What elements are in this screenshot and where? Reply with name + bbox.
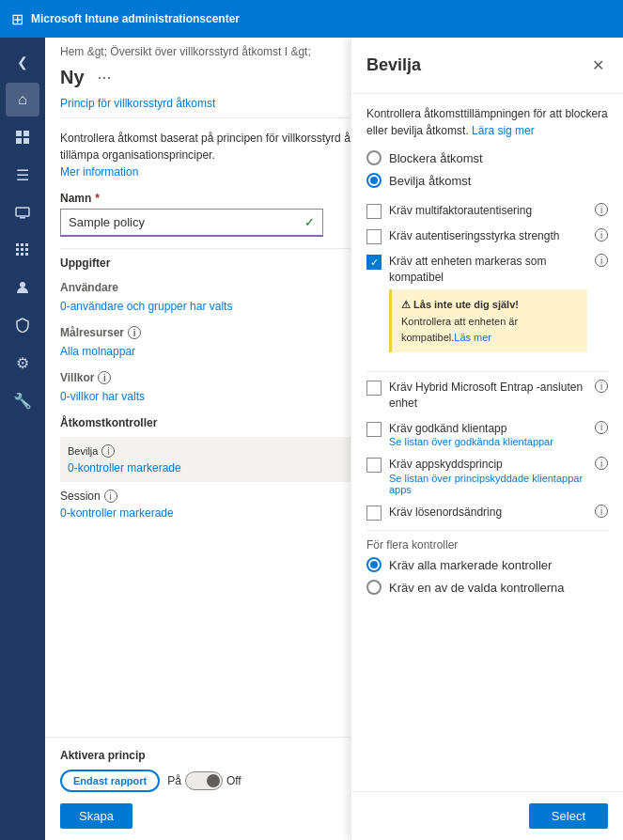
app-title: Microsoft Intune administrationscenter: [31, 12, 240, 25]
require-all-radio-circle: [366, 557, 382, 572]
block-radio-circle: [366, 150, 382, 165]
hybrid-info-icon[interactable]: i: [595, 380, 608, 393]
compliant-warning-box: ⚠ Lås inte ute dig själv! Kontrollera at…: [389, 289, 587, 353]
block-access-radio[interactable]: Blockera åtkomst: [366, 150, 608, 165]
checkbox-hybrid-label: Kräv Hybrid Microsoft Entrap -ansluten e…: [389, 380, 587, 412]
checkbox-protection-content: Kräv appskyddsprincip Se listan över pri…: [389, 457, 587, 495]
off-label: Off: [226, 774, 241, 787]
checkbox-auth-box[interactable]: [366, 229, 382, 244]
checkbox-password-label: Kräv lösenordsändring: [389, 505, 587, 521]
checkbox-compliant-box[interactable]: [366, 255, 382, 270]
auth-info-icon[interactable]: i: [595, 228, 608, 241]
checkbox-approved-label: Kräv godkänd klientapp: [389, 421, 587, 437]
top-bar: ⊞ Microsoft Intune administrationscenter: [0, 0, 623, 38]
approved-info-icon[interactable]: i: [595, 421, 608, 434]
more-info-link[interactable]: Mer information: [60, 165, 138, 179]
require-one-label: Kräv en av de valda kontrollerna: [389, 581, 564, 595]
svg-rect-11: [25, 248, 28, 251]
sidebar-item-home[interactable]: ⌂: [6, 83, 39, 117]
protection-info-icon[interactable]: i: [595, 457, 608, 470]
protection-sublabel[interactable]: Se listan över principskyddade klientapp…: [389, 473, 587, 495]
grant-access-label: Bevilja åtkomst: [389, 174, 471, 188]
checkbox-hybrid: Kräv Hybrid Microsoft Entrap -ansluten e…: [366, 380, 608, 412]
svg-rect-0: [16, 131, 22, 136]
check-icon: ✓: [304, 215, 315, 229]
checkbox-app-protection: Kräv appskyddsprincip Se listan över pri…: [366, 457, 608, 495]
target-info-icon[interactable]: i: [128, 326, 141, 339]
svg-rect-14: [25, 253, 28, 256]
panel-learn-more-link[interactable]: Lära sig mer: [472, 124, 535, 137]
require-one-radio[interactable]: Kräv en av de valda kontrollerna: [366, 580, 608, 595]
for-multiple-label: För flera kontroller: [366, 538, 608, 552]
checkbox-auth-content: Kräv autentiseringsstyrka strength: [389, 228, 587, 244]
block-access-label: Blockera åtkomst: [389, 151, 483, 165]
grant-radio-circle: [366, 173, 382, 188]
sidebar-item-dashboard[interactable]: [6, 120, 39, 154]
checkbox-mfa-content: Kräv multifaktorautentisering: [389, 203, 587, 219]
sidebar-item-list[interactable]: ☰: [6, 158, 39, 192]
toggle-thumb: [207, 774, 220, 787]
require-all-radio[interactable]: Kräv alla markerade kontroller: [366, 557, 608, 572]
on-label: På: [167, 774, 181, 787]
checkbox-protection-label: Kräv appskyddsprincip: [389, 457, 587, 473]
grant-info-icon[interactable]: i: [101, 444, 115, 458]
password-info-icon[interactable]: i: [595, 505, 608, 518]
grant-access-radio[interactable]: Bevilja åtkomst: [366, 173, 608, 188]
require-one-radio-circle: [366, 580, 382, 595]
windows-icon: ⊞: [11, 10, 23, 28]
panel-footer: Select: [351, 791, 623, 840]
svg-rect-7: [21, 243, 23, 246]
sidebar-item-collapse[interactable]: ❮: [6, 45, 39, 79]
panel-title: Bevilja: [366, 55, 421, 75]
svg-point-15: [20, 282, 25, 288]
panel-close-button[interactable]: ✕: [588, 53, 608, 78]
checkbox-password-box[interactable]: [366, 506, 382, 521]
checkbox-hybrid-content: Kräv Hybrid Microsoft Entrap -ansluten e…: [389, 380, 587, 412]
svg-rect-8: [25, 243, 28, 246]
checkbox-protection-box[interactable]: [366, 458, 382, 473]
checkbox-password-content: Kräv lösenordsändring: [389, 505, 587, 521]
svg-rect-1: [23, 131, 29, 136]
create-button[interactable]: Skapa: [60, 803, 132, 829]
require-all-label: Kräv alla markerade kontroller: [389, 558, 552, 572]
svg-rect-12: [16, 253, 19, 256]
svg-rect-5: [20, 217, 25, 219]
approved-sublabel[interactable]: Se listan över godkända klientappar: [389, 436, 587, 447]
content-area: Hem &gt; Översikt över villkorsstyrd åtk…: [45, 38, 623, 840]
sidebar-item-tools[interactable]: 🔧: [6, 383, 39, 417]
checkbox-mfa-box[interactable]: [366, 204, 382, 219]
checkbox-auth-strength: Kräv autentiseringsstyrka strength i: [366, 228, 608, 244]
checkbox-mfa-label: Kräv multifaktorautentisering: [389, 203, 587, 219]
sidebar-item-users[interactable]: [6, 271, 39, 304]
conditions-info-icon[interactable]: i: [98, 371, 111, 384]
sidebar: ❮ ⌂ ☰ ⚙ 🔧: [0, 38, 45, 840]
report-only-toggle[interactable]: Endast rapport: [60, 770, 160, 792]
checkbox-compliant-label: Kräv att enheten markeras som kompatibel: [389, 254, 587, 286]
svg-rect-13: [21, 253, 23, 256]
sidebar-item-devices[interactable]: [6, 195, 39, 229]
sidebar-item-apps[interactable]: [6, 233, 39, 267]
svg-rect-9: [16, 248, 19, 251]
grant-panel: Bevilja ✕ Kontrollera åtkomsttillämpning…: [350, 38, 623, 840]
checkbox-approved-app: Kräv godkänd klientapp Se listan över go…: [366, 421, 608, 448]
session-info-icon[interactable]: i: [104, 490, 117, 503]
checkbox-compliant-content: Kräv att enheten markeras som kompatibel…: [389, 254, 587, 362]
panel-body: Kontrollera åtkomsttillämpningen för att…: [351, 94, 623, 791]
sidebar-item-settings[interactable]: ⚙: [6, 346, 39, 380]
warning-learn-more[interactable]: Läs mer: [454, 332, 491, 343]
panel-header: Bevilja ✕: [351, 38, 623, 94]
select-button[interactable]: Select: [529, 803, 608, 829]
panel-divider-2: [366, 530, 608, 531]
name-input[interactable]: Sample policy ✓: [60, 209, 323, 237]
svg-rect-2: [16, 138, 22, 144]
mfa-info-icon[interactable]: i: [595, 203, 608, 216]
compliant-info-icon[interactable]: i: [595, 254, 608, 267]
on-off-toggle: På Off: [167, 771, 241, 790]
svg-rect-6: [16, 243, 19, 246]
sidebar-item-security[interactable]: [6, 308, 39, 342]
toggle-track[interactable]: [185, 771, 223, 790]
checkbox-password: Kräv lösenordsändring i: [366, 505, 608, 521]
more-options-button[interactable]: ···: [92, 66, 117, 89]
checkbox-hybrid-box[interactable]: [366, 381, 382, 396]
checkbox-approved-box[interactable]: [366, 422, 382, 437]
